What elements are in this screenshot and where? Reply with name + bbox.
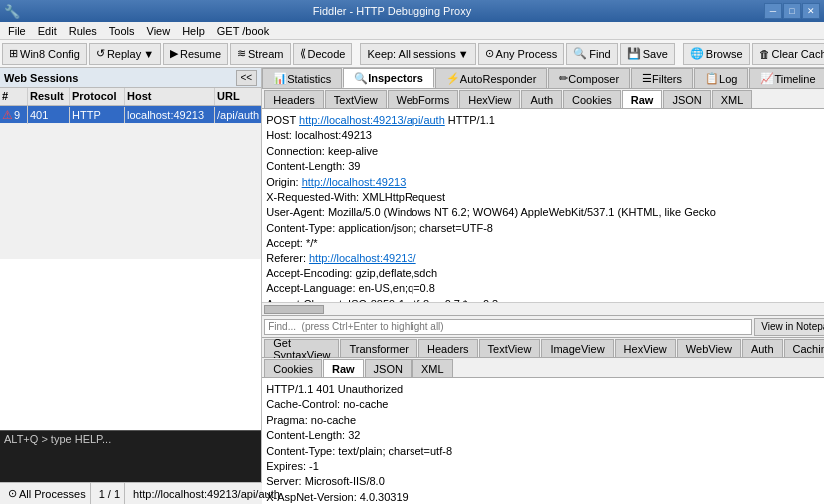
error-icon: ⚠ (2, 108, 13, 122)
subtab-raw[interactable]: Raw (622, 90, 663, 108)
subtab-auth-lower[interactable]: Auth (742, 339, 783, 357)
subtab-get-syntaxview[interactable]: Get SyntaxView (264, 339, 339, 357)
subtab-webview[interactable]: WebView (677, 339, 741, 357)
find-button[interactable]: 🔍 Find (566, 43, 617, 65)
resp-content-type: Content-Type: text/plain; charset=utf-8 (266, 444, 824, 459)
table-row[interactable]: ⚠ 9 401 HTTP localhost:49213 /api/auth (0, 106, 261, 124)
browse-button[interactable]: 🌐 Browse (683, 43, 750, 65)
upper-find-input[interactable] (264, 319, 752, 335)
header-referer: Referer: http://localhost:49213/ (266, 252, 824, 266)
resp-cache-control: Cache-Control: no-cache (266, 397, 824, 412)
toolbar: ⊞ Win8 Config ↺ Replay ▼ ▶ Resume ≋ Stre… (0, 40, 824, 68)
resume-icon: ▶ (170, 47, 178, 60)
tab-log[interactable]: 📋 Log (694, 68, 748, 88)
col-header-protocol: Protocol (70, 88, 125, 105)
subtab-headers-lower[interactable]: Headers (418, 339, 478, 357)
session-table-header: # Result Protocol Host URL (0, 88, 261, 106)
lower-content-wrapper: HTTP/1.1 401 Unauthorized Cache-Control:… (262, 378, 824, 504)
menu-rules[interactable]: Rules (63, 24, 103, 38)
tab-inspectors[interactable]: 🔍 Inspectors (343, 68, 434, 88)
lower-panel: Get SyntaxView Transformer Headers TextV… (262, 338, 824, 504)
menu-get-book[interactable]: GET /book (211, 24, 275, 38)
find-icon: 🔍 (573, 47, 587, 60)
timeline-icon: 📈 (760, 72, 774, 85)
subtab-json[interactable]: JSON (663, 90, 710, 108)
subtab-hexview-lower[interactable]: HexView (615, 339, 676, 357)
page-info-segment: 1 / 1 (95, 483, 125, 504)
menu-edit[interactable]: Edit (32, 24, 63, 38)
win8-config-button[interactable]: ⊞ Win8 Config (2, 43, 87, 65)
upper-view-notepad-button[interactable]: View in Notepad (754, 318, 824, 336)
minimize-button[interactable]: ─ (764, 3, 782, 19)
status-url: http://localhost:49213/api/auth (133, 488, 280, 500)
menu-help[interactable]: Help (176, 24, 211, 38)
menu-file[interactable]: File (2, 24, 32, 38)
subtab-raw-lower[interactable]: Raw (323, 359, 364, 377)
referer-link[interactable]: http://localhost:49213/ (309, 252, 416, 264)
clear-cache-button[interactable]: 🗑 Clear Cache (752, 43, 824, 65)
subtab-textview-lower[interactable]: TextView (479, 339, 541, 357)
col-header-hash: # (0, 88, 28, 105)
subtab-hexview[interactable]: HexView (459, 90, 520, 108)
header-origin: Origin: http://localhost:49213 (266, 175, 824, 190)
upper-content-wrapper: POST http://localhost:49213/api/auth HTT… (262, 109, 824, 302)
resp-expires: Expires: -1 (266, 459, 824, 474)
subtab-xml[interactable]: XML (712, 90, 753, 108)
subtab-cookies[interactable]: Cookies (563, 90, 621, 108)
request-url-link[interactable]: http://localhost:49213/api/auth (299, 114, 445, 126)
main-tab-bar: 📊 Statistics 🔍 Inspectors ⚡ AutoResponde… (262, 68, 824, 89)
subtab-json-lower[interactable]: JSON (365, 359, 412, 377)
sessions-title: Web Sessions (4, 72, 78, 84)
tab-statistics[interactable]: 📊 Statistics (262, 68, 342, 88)
decode-button[interactable]: ⟪ Decode (293, 43, 353, 65)
subtab-xml-lower[interactable]: XML (412, 359, 453, 377)
filters-icon: ☰ (642, 72, 652, 85)
stream-button[interactable]: ≋ Stream (230, 43, 290, 65)
header-content-type: Content-Type: application/json; charset=… (266, 221, 824, 236)
title-bar: 🔧 Fiddler - HTTP Debugging Proxy ─ □ ✕ (0, 0, 824, 22)
subtab-caching[interactable]: Caching (784, 339, 824, 357)
lower-content-area[interactable]: HTTP/1.1 401 Unauthorized Cache-Control:… (262, 378, 824, 504)
window-title: Fiddler - HTTP Debugging Proxy (20, 5, 764, 17)
menu-tools[interactable]: Tools (103, 24, 141, 38)
autoresponder-icon: ⚡ (446, 72, 460, 85)
tab-autoresponder[interactable]: ⚡ AutoResponder (435, 68, 547, 88)
subtab-headers[interactable]: Headers (264, 90, 324, 108)
sessions-empty-area (0, 259, 261, 431)
row-host: localhost:49213 (125, 107, 215, 123)
process-filter-icon: ⊙ (8, 487, 17, 500)
tab-composer[interactable]: ✏ Composer (548, 68, 630, 88)
upper-content-area[interactable]: POST http://localhost:49213/api/auth HTT… (262, 109, 824, 302)
col-header-result: Result (28, 88, 70, 105)
resp-server: Server: Microsoft-IIS/8.0 (266, 474, 824, 489)
subtab-transformer[interactable]: Transformer (340, 339, 417, 357)
upper-panel: Headers TextView WebForms HexView Auth C… (262, 89, 824, 338)
menu-view[interactable]: View (141, 24, 177, 38)
collapse-button[interactable]: << (236, 70, 258, 86)
url-segment: http://localhost:49213/api/auth (129, 483, 284, 504)
maximize-button[interactable]: □ (783, 3, 801, 19)
origin-link[interactable]: http://localhost:49213 (302, 176, 407, 188)
page-info-label: 1 / 1 (99, 488, 120, 500)
resume-button[interactable]: ▶ Resume (163, 43, 228, 65)
response-line: HTTP/1.1 401 Unauthorized (266, 382, 824, 397)
upper-hscroll[interactable] (262, 302, 824, 315)
save-button[interactable]: 💾 Save (620, 43, 675, 65)
upper-hscroll-thumb[interactable] (264, 305, 324, 314)
subtab-textview[interactable]: TextView (325, 90, 387, 108)
sessions-header: Web Sessions << (0, 68, 261, 88)
any-process-button[interactable]: ⊙ Any Process (478, 43, 565, 65)
tab-timeline[interactable]: 📈 Timeline (749, 68, 824, 88)
command-hint: ALT+Q > type HELP... (4, 433, 111, 445)
subtab-imageview[interactable]: ImageView (541, 339, 613, 357)
replay-button[interactable]: ↺ Replay ▼ (89, 43, 161, 65)
tab-filters[interactable]: ☰ Filters (631, 68, 693, 88)
header-accept: Accept: */* (266, 236, 824, 251)
keep-sessions-button[interactable]: Keep: All sessions ▼ (360, 43, 475, 65)
app-icon: 🔧 (4, 4, 20, 19)
close-button[interactable]: ✕ (802, 3, 820, 19)
subtab-auth[interactable]: Auth (521, 90, 562, 108)
process-icon: ⊙ (485, 47, 494, 60)
subtab-webforms[interactable]: WebForms (388, 90, 459, 108)
subtab-cookies-lower[interactable]: Cookies (264, 359, 322, 377)
